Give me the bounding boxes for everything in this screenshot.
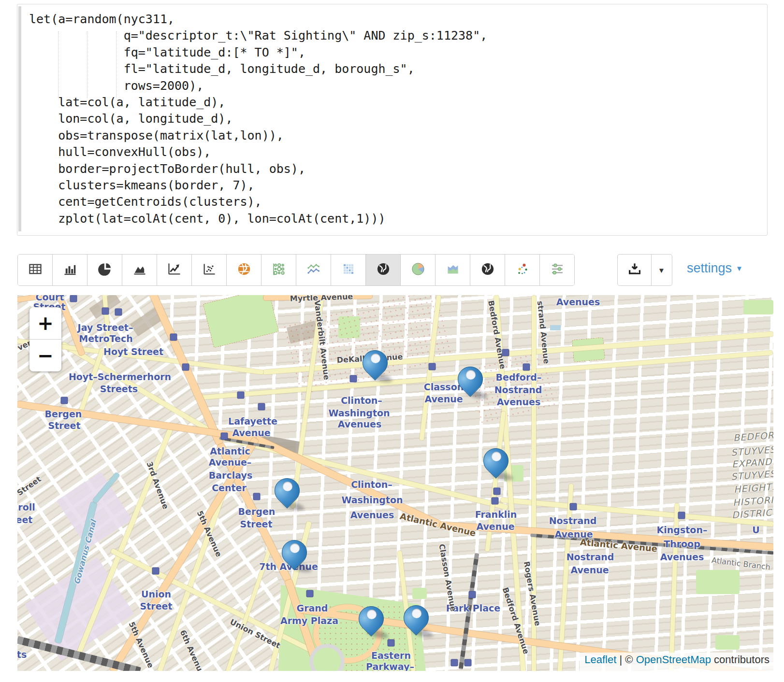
map-label: Avenue	[570, 565, 609, 575]
map-label: Army Plaza	[280, 615, 338, 626]
chart-type-button-area-color[interactable]	[436, 255, 470, 285]
subway-station-icon	[253, 493, 261, 500]
map-canvas[interactable]: CourtStreetJay Street–MetroTechHoyt Stre…	[17, 295, 773, 671]
map-marker-1[interactable]	[363, 347, 389, 382]
subway-station-icon	[678, 512, 685, 519]
subway-station-icon	[570, 503, 577, 511]
map-label: Clinton–	[341, 395, 382, 406]
download-button[interactable]	[618, 255, 652, 285]
subway-station-icon	[451, 659, 458, 667]
leaflet-link[interactable]: Leaflet	[584, 654, 616, 666]
map-label: Avenues	[660, 552, 704, 562]
marker-pin-hole	[371, 354, 380, 363]
chart-type-button-globe-map[interactable]	[366, 255, 401, 285]
park	[412, 588, 427, 599]
chart-type-button-dot-plot[interactable]	[540, 255, 574, 285]
zoom-out-button[interactable]: −	[29, 340, 61, 371]
subway-station-icon	[523, 364, 530, 371]
map-label: Washington	[341, 495, 403, 505]
bar-chart-icon	[63, 262, 77, 278]
subway-station-icon	[388, 639, 395, 647]
subway-station-icon	[469, 591, 476, 598]
map-label: Avenue	[476, 521, 514, 532]
chart-type-button-bar-chart[interactable]	[53, 255, 87, 285]
map-label: Center	[212, 483, 247, 493]
map-label: Avenue	[424, 394, 463, 404]
subway-station-icon	[429, 363, 436, 370]
map-label: Avenues	[556, 297, 600, 307]
code-editor[interactable]: let(a=random(nyc311, q="descriptor_t:\"R…	[17, 4, 768, 236]
marker-pin-hole	[412, 609, 421, 618]
subway-station-icon	[494, 488, 501, 495]
marker-pin-hole	[290, 543, 300, 553]
download-button-group: ▼	[617, 254, 672, 286]
subway-station-icon	[465, 659, 472, 667]
map-marker-3[interactable]	[483, 445, 509, 480]
map-marker-5[interactable]	[282, 537, 308, 572]
heatmap-icon	[341, 262, 356, 278]
chart-type-button-area-chart[interactable]	[122, 255, 157, 285]
chart-type-button-pie-chart[interactable]	[87, 255, 122, 285]
bubble-matrix-icon	[272, 262, 286, 278]
chart-type-button-pie-color[interactable]	[401, 255, 436, 285]
zoom-in-button[interactable]: +	[29, 307, 61, 340]
map-label: Hoyt–Schermerhorn	[69, 371, 171, 382]
chart-type-button-globe-map2[interactable]	[470, 255, 505, 285]
map-marker-4[interactable]	[275, 475, 301, 510]
visualization-toolbar: ▼ settings▼	[0, 254, 784, 286]
globe-map2-icon	[480, 262, 495, 278]
chart-type-button-globe-orange[interactable]	[227, 255, 261, 285]
download-dropdown-caret[interactable]: ▼	[652, 255, 671, 285]
map-label: MetroTech	[79, 333, 132, 344]
marker-pin-hole	[466, 370, 476, 380]
pie-color-icon	[411, 262, 425, 278]
map-marker-2[interactable]	[458, 364, 484, 398]
area-chart-icon	[132, 262, 147, 278]
map-marker-7[interactable]	[404, 602, 430, 637]
map-marker-6[interactable]	[359, 603, 385, 638]
subway-station-icon	[237, 392, 245, 399]
settings-link[interactable]: settings▼	[687, 261, 743, 276]
map-label: Union	[141, 589, 171, 599]
zoom-control: + −	[29, 307, 61, 371]
map-label: Throop	[664, 539, 700, 549]
chart-type-button-multi-line[interactable]	[296, 255, 331, 285]
map-label: Street	[140, 601, 173, 611]
code-text: let(a=random(nyc311, q="descriptor_t:\"R…	[29, 11, 487, 227]
chart-type-button-line-chart[interactable]	[157, 255, 192, 285]
subway-station-icon	[115, 309, 122, 316]
map-label: Street	[240, 519, 273, 529]
map-label: Washington	[328, 408, 390, 418]
map-label: Bergen	[238, 506, 276, 517]
map-label: Avenues	[350, 510, 394, 520]
download-icon	[627, 262, 642, 278]
park	[715, 635, 740, 650]
globe-orange-icon	[237, 262, 251, 278]
table-icon	[28, 262, 43, 278]
map-label: Barclays	[209, 470, 252, 481]
chart-type-button-scatter-plot[interactable]	[192, 255, 227, 285]
chart-type-button-heatmap[interactable]	[331, 255, 366, 285]
map-label: Jay Street–	[78, 322, 133, 333]
marker-pin-hole	[283, 482, 292, 491]
subway-station-icon	[258, 403, 265, 411]
chart-type-button-bubble-matrix[interactable]	[261, 255, 296, 285]
map-label: Parkway–	[366, 661, 414, 671]
chart-type-button-table[interactable]	[18, 255, 53, 285]
map-label: Avenues	[338, 419, 382, 429]
chart-type-button-scatter-color[interactable]	[505, 255, 540, 285]
map-label: eet	[17, 514, 32, 525]
chevron-down-icon: ▼	[736, 264, 743, 272]
pool	[550, 325, 561, 330]
subway-station-icon	[182, 364, 189, 371]
subway-station-icon	[350, 375, 357, 383]
subway-station-icon	[70, 295, 77, 302]
map-label: Avenues	[497, 397, 541, 407]
map-label: roll	[18, 502, 35, 512]
scatter-color-icon	[515, 262, 530, 278]
subway-station-icon	[102, 308, 109, 315]
map-label: Hoyt Street	[103, 346, 163, 357]
map-label: Lafayette	[228, 416, 277, 426]
openstreetmap-link[interactable]: OpenStreetMap	[636, 654, 711, 666]
dot-plot-icon	[550, 262, 565, 278]
